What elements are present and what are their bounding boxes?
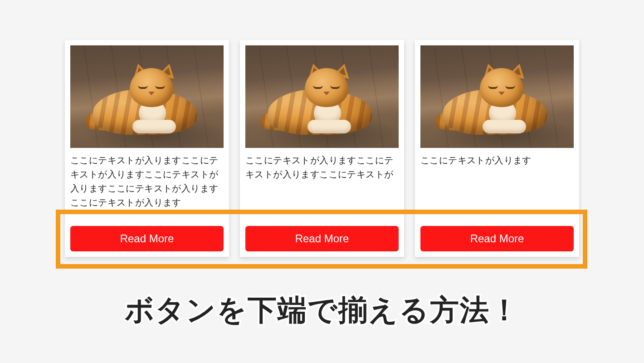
card-2: ここにテキストが入りますここにテキストが入りますここにテキストが Read Mo… xyxy=(240,40,404,257)
card-text: ここにテキストが入ります xyxy=(420,153,574,221)
card-3: ここにテキストが入ります Read More xyxy=(415,40,579,257)
card-row: ここにテキストが入りますここにテキストが入りますここにテキストが入りますここにテ… xyxy=(0,0,644,257)
cat-icon xyxy=(88,64,206,142)
card-text: ここにテキストが入りますここにテキストが入りますここにテキストが入りますここにテ… xyxy=(70,153,224,221)
cat-icon xyxy=(438,64,556,142)
read-more-button[interactable]: Read More xyxy=(245,226,399,251)
headline-text: ボタンを下端で揃える方法！ xyxy=(0,290,644,330)
card-image xyxy=(245,45,399,148)
card-image xyxy=(70,45,224,148)
card-image xyxy=(420,45,574,148)
read-more-button[interactable]: Read More xyxy=(70,226,224,251)
card-1: ここにテキストが入りますここにテキストが入りますここにテキストが入りますここにテ… xyxy=(65,40,229,257)
read-more-button[interactable]: Read More xyxy=(420,226,574,251)
cat-icon xyxy=(263,64,381,142)
card-text: ここにテキストが入りますここにテキストが入りますここにテキストが xyxy=(245,153,399,221)
